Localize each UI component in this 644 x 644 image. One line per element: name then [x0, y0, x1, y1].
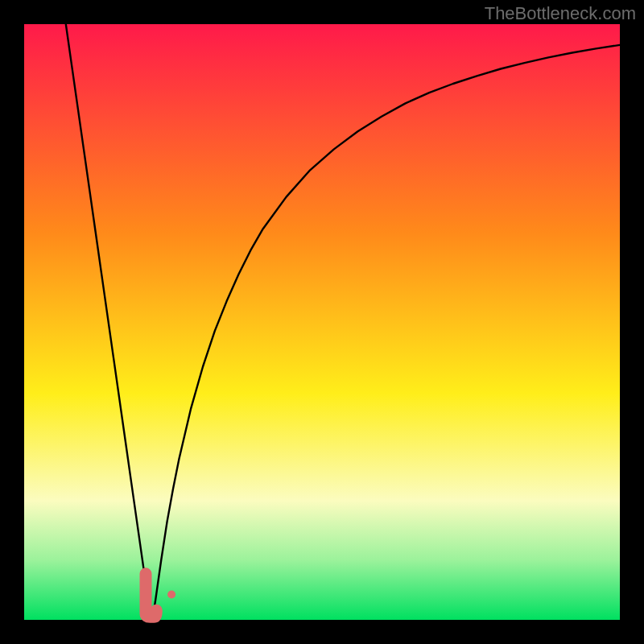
chart-root: { "attribution": "TheBottleneck.com", "c…: [0, 0, 644, 644]
attribution-text: TheBottleneck.com: [485, 3, 636, 24]
chart-svg: [0, 0, 644, 644]
marker-blob-b: [167, 591, 175, 599]
plot-area: [24, 24, 620, 620]
